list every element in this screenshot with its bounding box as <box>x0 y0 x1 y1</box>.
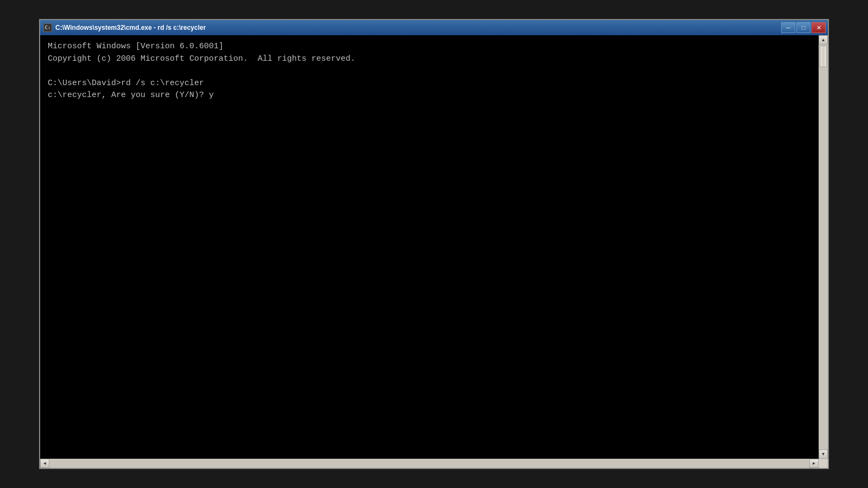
terminal-line-4: C:\Users\David>rd /s c:\recycler <box>48 78 811 90</box>
terminal-blank-line <box>48 65 811 78</box>
horizontal-scrollbar[interactable]: ◄ ► <box>40 459 828 468</box>
scroll-right-button[interactable]: ► <box>809 459 819 468</box>
scroll-up-button[interactable]: ▲ <box>819 35 828 44</box>
window-body: Microsoft Windows [Version 6.0.6001] Cop… <box>40 35 828 459</box>
window-title: C:\Windows\system32\cmd.exe - rd /s c:\r… <box>55 24 206 31</box>
terminal-line-1: Microsoft Windows [Version 6.0.6001] <box>48 41 811 53</box>
title-bar-buttons: ─ □ ✕ <box>781 22 826 33</box>
vertical-scrollbar[interactable]: ▲ ▼ <box>819 35 828 459</box>
terminal-line-2: Copyright (c) 2006 Microsoft Corporation… <box>48 53 811 66</box>
scroll-left-icon: ◄ <box>43 461 47 466</box>
terminal-area[interactable]: Microsoft Windows [Version 6.0.6001] Cop… <box>40 35 819 459</box>
cmd-icon: C: <box>43 23 52 32</box>
title-bar: C: C:\Windows\system32\cmd.exe - rd /s c… <box>40 20 828 35</box>
scroll-track-h[interactable] <box>49 459 809 468</box>
terminal-line-5: c:\recycler, Are you sure (Y/N)? y <box>48 89 811 102</box>
scroll-corner <box>819 459 828 468</box>
scroll-right-icon: ► <box>812 461 816 466</box>
title-bar-left: C: C:\Windows\system32\cmd.exe - rd /s c… <box>43 23 206 32</box>
scroll-down-button[interactable]: ▼ <box>819 450 828 459</box>
scroll-track[interactable] <box>819 44 828 450</box>
scroll-down-icon: ▼ <box>821 452 826 457</box>
cmd-window: C: C:\Windows\system32\cmd.exe - rd /s c… <box>39 19 829 469</box>
close-button[interactable]: ✕ <box>812 22 826 33</box>
maximize-button[interactable]: □ <box>796 22 810 33</box>
scroll-left-button[interactable]: ◄ <box>40 459 49 468</box>
scroll-thumb[interactable] <box>820 46 827 67</box>
scroll-up-icon: ▲ <box>821 37 826 42</box>
minimize-button[interactable]: ─ <box>781 22 795 33</box>
